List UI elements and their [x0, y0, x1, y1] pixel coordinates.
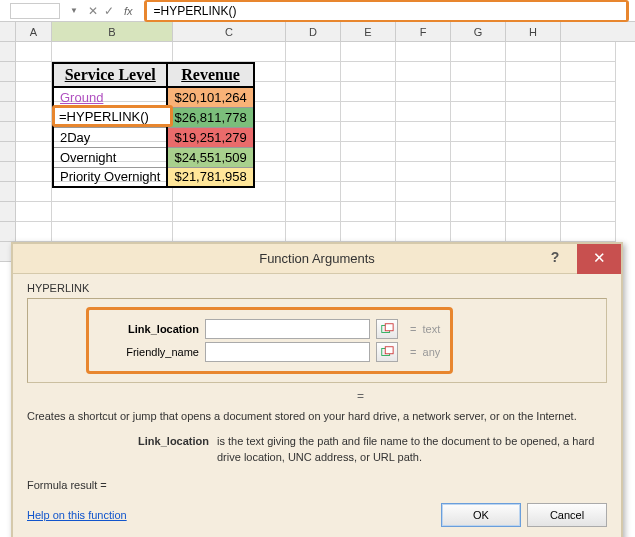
dialog-close-button[interactable]: ✕ — [577, 244, 621, 274]
grid-cell[interactable] — [396, 142, 451, 162]
grid-cell[interactable] — [396, 62, 451, 82]
cell-service[interactable]: Priority Overnight — [53, 167, 167, 187]
grid-cell[interactable] — [16, 162, 52, 182]
arg-input-friendly-name[interactable] — [205, 342, 370, 362]
grid-cell[interactable] — [396, 182, 451, 202]
grid-cell[interactable] — [286, 162, 341, 182]
grid-cell[interactable] — [561, 162, 616, 182]
grid-cell[interactable] — [341, 142, 396, 162]
grid-cell[interactable] — [561, 222, 616, 242]
grid-cell[interactable] — [506, 222, 561, 242]
grid-cell[interactable] — [561, 142, 616, 162]
grid-cell[interactable] — [341, 182, 396, 202]
grid-cell[interactable] — [561, 122, 616, 142]
grid-cell[interactable] — [561, 182, 616, 202]
grid-cell[interactable] — [561, 62, 616, 82]
grid-cell[interactable] — [396, 42, 451, 62]
grid-cell[interactable] — [396, 162, 451, 182]
grid-cell[interactable] — [286, 202, 341, 222]
row-header[interactable] — [0, 42, 16, 62]
grid-cell[interactable] — [16, 62, 52, 82]
cell-revenue[interactable]: $21,781,958 — [167, 167, 253, 187]
grid-cell[interactable] — [396, 222, 451, 242]
row-header[interactable] — [0, 202, 16, 222]
grid-cell[interactable] — [341, 122, 396, 142]
grid-cell[interactable] — [16, 142, 52, 162]
grid-cell[interactable] — [341, 82, 396, 102]
cell-service[interactable]: 2Day — [53, 127, 167, 147]
grid-cell[interactable] — [286, 62, 341, 82]
grid-cell[interactable] — [451, 142, 506, 162]
grid-cell[interactable] — [173, 42, 286, 62]
grid-cell[interactable] — [396, 202, 451, 222]
grid-cell[interactable] — [16, 102, 52, 122]
grid-cell[interactable] — [506, 182, 561, 202]
row-header[interactable] — [0, 142, 16, 162]
name-box-dropdown-icon[interactable]: ▼ — [66, 6, 82, 15]
header-service-level[interactable]: Service Level — [53, 63, 167, 87]
cell-service[interactable]: Overnight — [53, 147, 167, 167]
grid-cell[interactable] — [396, 122, 451, 142]
refedit-button[interactable] — [376, 319, 398, 339]
grid-cell[interactable] — [52, 202, 173, 222]
help-on-function-link[interactable]: Help on this function — [27, 509, 127, 521]
grid-cell[interactable] — [506, 162, 561, 182]
enter-formula-icon[interactable]: ✓ — [104, 4, 114, 18]
col-header-A[interactable]: A — [16, 22, 52, 41]
row-header[interactable] — [0, 102, 16, 122]
grid-cell[interactable] — [561, 102, 616, 122]
grid-cell[interactable] — [286, 82, 341, 102]
grid-cell[interactable] — [451, 82, 506, 102]
grid-cell[interactable] — [451, 222, 506, 242]
cancel-formula-icon[interactable]: ✕ — [88, 4, 98, 18]
grid-cell[interactable] — [451, 122, 506, 142]
row-header[interactable] — [0, 82, 16, 102]
select-all-corner[interactable] — [0, 22, 16, 41]
grid-cell[interactable] — [506, 202, 561, 222]
grid-cell[interactable] — [396, 102, 451, 122]
row-header[interactable] — [0, 222, 16, 242]
grid-cell[interactable] — [451, 42, 506, 62]
formula-input[interactable] — [147, 2, 626, 20]
grid-cell[interactable] — [286, 102, 341, 122]
grid-cell[interactable] — [561, 202, 616, 222]
grid-cell[interactable] — [341, 102, 396, 122]
cell-revenue[interactable]: $20,101,264 — [167, 87, 253, 107]
grid-cell[interactable] — [561, 42, 616, 62]
dialog-titlebar[interactable]: Function Arguments ? ✕ — [13, 244, 621, 274]
row-header[interactable] — [0, 182, 16, 202]
ok-button[interactable]: OK — [441, 503, 521, 527]
grid-cell[interactable] — [341, 162, 396, 182]
row-header[interactable] — [0, 62, 16, 82]
grid-cell[interactable] — [173, 202, 286, 222]
grid-cell[interactable] — [286, 122, 341, 142]
grid-cell[interactable] — [451, 162, 506, 182]
fx-icon[interactable]: fx — [120, 5, 137, 17]
col-header-E[interactable]: E — [341, 22, 396, 41]
col-header-G[interactable]: G — [451, 22, 506, 41]
row-header[interactable] — [0, 162, 16, 182]
dialog-help-button[interactable]: ? — [537, 244, 573, 274]
grid-cell[interactable] — [16, 182, 52, 202]
grid-cell[interactable] — [16, 122, 52, 142]
grid-cell[interactable] — [506, 62, 561, 82]
grid-cell[interactable] — [506, 122, 561, 142]
grid-cell[interactable] — [506, 42, 561, 62]
cancel-button[interactable]: Cancel — [527, 503, 607, 527]
grid-cell[interactable] — [506, 142, 561, 162]
grid-cell[interactable] — [286, 142, 341, 162]
grid-cell[interactable] — [396, 82, 451, 102]
grid-cell[interactable] — [451, 102, 506, 122]
col-header-F[interactable]: F — [396, 22, 451, 41]
grid-cell[interactable] — [173, 222, 286, 242]
grid-cell[interactable] — [506, 102, 561, 122]
cell-revenue[interactable]: $24,551,509 — [167, 147, 253, 167]
refedit-button[interactable] — [376, 342, 398, 362]
col-header-H[interactable]: H — [506, 22, 561, 41]
grid-cell[interactable] — [52, 42, 173, 62]
grid-cell[interactable] — [16, 222, 52, 242]
grid-cell[interactable] — [286, 182, 341, 202]
grid-cell[interactable] — [451, 62, 506, 82]
grid-cell[interactable] — [286, 42, 341, 62]
cell-revenue[interactable]: $19,251,279 — [167, 127, 253, 147]
